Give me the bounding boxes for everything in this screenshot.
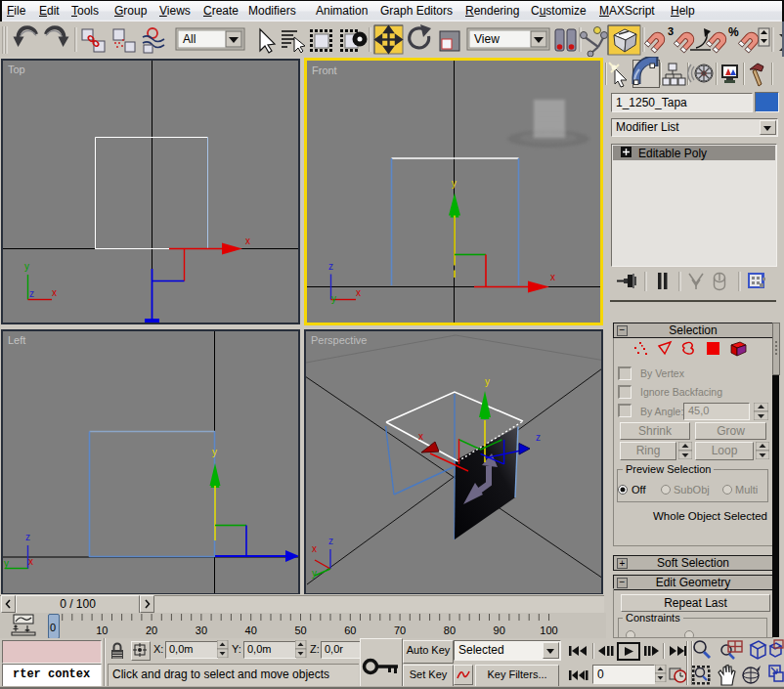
svg-text:Front: Front (312, 65, 337, 76)
svg-text:3: 3 (668, 25, 674, 37)
svg-text:100: 100 (540, 624, 557, 636)
svg-text:%: % (728, 25, 739, 39)
svg-text:z: z (25, 532, 30, 542)
svg-text:y: y (4, 558, 9, 569)
svg-text:70: 70 (394, 624, 406, 636)
svg-text:20: 20 (146, 624, 157, 636)
svg-text:z: z (328, 261, 333, 272)
svg-text:x: x (52, 287, 57, 298)
svg-text:30: 30 (196, 624, 207, 636)
svg-text:z: z (536, 432, 541, 443)
svg-text:z: z (328, 536, 333, 546)
svg-text:10: 10 (96, 624, 108, 636)
svg-text:View: View (474, 32, 500, 46)
svg-text:Top: Top (8, 64, 25, 75)
svg-text:x: x (550, 272, 555, 282)
svg-text:80: 80 (444, 624, 456, 636)
svg-text:y: y (452, 178, 457, 189)
svg-text:z: z (29, 288, 34, 299)
svg-text:x: x (312, 543, 317, 554)
svg-text:40: 40 (245, 624, 257, 636)
svg-text:x: x (28, 556, 33, 567)
svg-text:y: y (485, 376, 490, 387)
svg-text:All: All (183, 32, 196, 46)
svg-text:90: 90 (494, 624, 505, 636)
svg-text:y: y (331, 293, 336, 304)
svg-text:x: x (418, 431, 423, 442)
svg-text:y: y (24, 261, 29, 272)
svg-text:50: 50 (294, 624, 306, 636)
svg-text:y: y (312, 568, 317, 579)
svg-text:x: x (356, 287, 361, 298)
svg-text:x: x (245, 236, 250, 246)
svg-text:Perspective: Perspective (311, 334, 367, 346)
svg-text:60: 60 (344, 624, 356, 636)
svg-text:Left: Left (8, 334, 25, 346)
svg-text:y: y (212, 447, 217, 457)
